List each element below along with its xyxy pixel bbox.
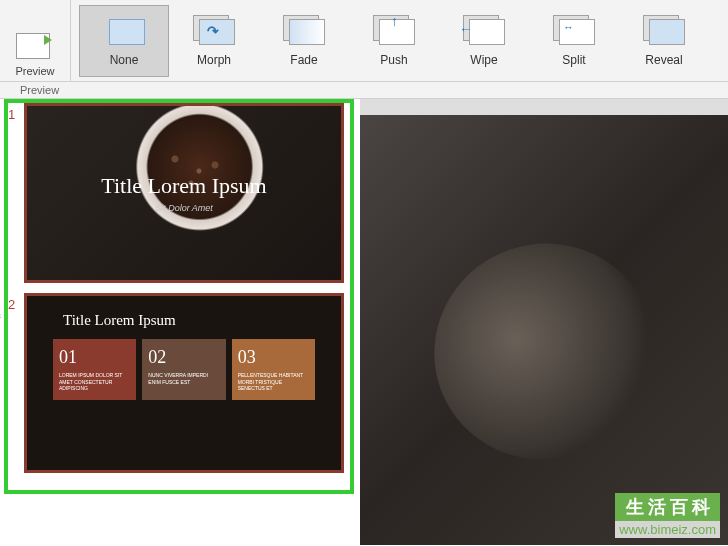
slide2-title: Title Lorem Ipsum: [43, 312, 325, 329]
none-icon: [103, 15, 145, 47]
transition-label: Push: [380, 53, 407, 67]
box-text: Pellentesque Habitant Morbi Tristique Se…: [238, 372, 309, 392]
slide-thumbnail-2[interactable]: Title Lorem Ipsum 01 Lorem Ipsum Dolor S…: [24, 293, 344, 473]
slide-number: 2: [8, 293, 24, 473]
watermark: 生活百科 www.bimeiz.com: [615, 493, 720, 538]
transition-label: Reveal: [645, 53, 682, 67]
reveal-icon: [643, 15, 685, 47]
fade-icon: [283, 15, 325, 47]
split-icon: ↔: [553, 15, 595, 47]
workspace: 1 Title Lorem Ipsum Sit Dolor Amet 2 ✶ T…: [0, 99, 728, 545]
main-slide-view[interactable]: [360, 99, 728, 545]
transition-none[interactable]: None: [79, 5, 169, 77]
transition-label: Fade: [290, 53, 317, 67]
watermark-url: www.bimeiz.com: [615, 521, 720, 538]
slide-thumbnail-1[interactable]: Title Lorem Ipsum Sit Dolor Amet: [24, 103, 344, 283]
thumbnail-row: 2 ✶ Title Lorem Ipsum 01 Lorem Ipsum Dol…: [8, 293, 352, 473]
transitions-ribbon: Preview None ↷ Morph Fade: [0, 0, 728, 82]
transition-indicator-icon: ✶: [0, 311, 2, 322]
morph-icon: ↷: [193, 15, 235, 47]
transition-label: Morph: [197, 53, 231, 67]
transition-label: Split: [562, 53, 585, 67]
transition-fade[interactable]: Fade: [259, 5, 349, 77]
thumbnail-row: 1 Title Lorem Ipsum Sit Dolor Amet: [8, 103, 352, 283]
transitions-gallery: None ↷ Morph Fade ↑ Push: [71, 0, 709, 81]
slide-number: 1: [8, 103, 24, 283]
transition-label: None: [110, 53, 139, 67]
preview-group: Preview: [0, 0, 71, 81]
transition-wipe[interactable]: ← Wipe: [439, 5, 529, 77]
content-box: 02 Nunc Viverra Imperdi Enim Fusce Est: [142, 339, 225, 400]
transition-reveal[interactable]: Reveal: [619, 5, 709, 77]
slide-thumbnail-panel: 1 Title Lorem Ipsum Sit Dolor Amet 2 ✶ T…: [0, 99, 360, 545]
transition-morph[interactable]: ↷ Morph: [169, 5, 259, 77]
box-text: Lorem Ipsum Dolor Sit Amet Consectetur A…: [59, 372, 130, 392]
wipe-icon: ←: [463, 15, 505, 47]
content-box: 01 Lorem Ipsum Dolor Sit Amet Consectetu…: [53, 339, 136, 400]
push-icon: ↑: [373, 15, 415, 47]
box-text: Nunc Viverra Imperdi Enim Fusce Est: [148, 372, 219, 385]
preview-icon: [16, 31, 54, 63]
box-number: 02: [148, 347, 219, 368]
preview-label: Preview: [15, 65, 54, 77]
transition-split[interactable]: ↔ Split: [529, 5, 619, 77]
preview-button[interactable]: Preview: [15, 31, 54, 77]
main-slide-canvas: [360, 115, 728, 545]
box-number: 03: [238, 347, 309, 368]
transition-push[interactable]: ↑ Push: [349, 5, 439, 77]
ribbon-section-label: Preview: [0, 82, 728, 99]
slide1-title: Title Lorem Ipsum: [101, 173, 266, 199]
transition-label: Wipe: [470, 53, 497, 67]
spoon-graphic: [403, 213, 684, 491]
slide1-subtitle: Sit Dolor Amet: [155, 203, 213, 213]
slide2-boxes: 01 Lorem Ipsum Dolor Sit Amet Consectetu…: [43, 339, 325, 400]
watermark-cn: 生活百科: [615, 493, 720, 521]
content-box: 03 Pellentesque Habitant Morbi Tristique…: [232, 339, 315, 400]
box-number: 01: [59, 347, 130, 368]
